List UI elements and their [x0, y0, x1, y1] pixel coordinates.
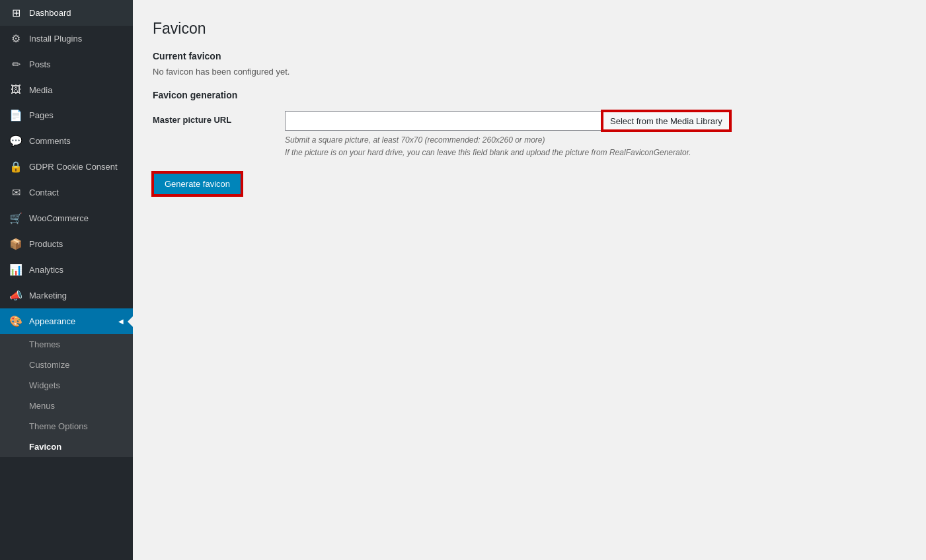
input-row: Select from the Media Library	[285, 111, 730, 131]
hint-text: Submit a square picture, at least 70x70 …	[285, 134, 730, 159]
master-picture-label: Master picture URL	[153, 111, 285, 125]
sidebar-label-analytics: Analytics	[29, 265, 63, 275]
woocommerce-icon: 🛒	[9, 212, 22, 225]
pages-icon: 📄	[9, 109, 22, 122]
menus-label: Menus	[29, 401, 55, 411]
marketing-icon: 📣	[9, 289, 22, 302]
sidebar-item-contact[interactable]: ✉ Contact	[0, 180, 133, 205]
sidebar-item-posts[interactable]: ✏ Posts	[0, 52, 133, 77]
sidebar-label-install-plugins: Install Plugins	[29, 34, 82, 44]
sidebar-sub-item-menus[interactable]: Menus	[0, 396, 133, 416]
sidebar-label-posts: Posts	[29, 59, 51, 69]
chevron-right-icon: ◀	[118, 318, 124, 325]
appearance-icon: 🎨	[9, 315, 22, 328]
sidebar-item-gdpr[interactable]: 🔒 GDPR Cookie Consent	[0, 154, 133, 180]
gdpr-icon: 🔒	[9, 160, 22, 173]
generate-btn-row: Generate favicon	[153, 172, 906, 195]
install-plugins-icon: ⚙	[9, 32, 22, 45]
appearance-submenu: Themes Customize Widgets Menus Theme Opt…	[0, 334, 133, 457]
sidebar-sub-item-customize[interactable]: Customize	[0, 355, 133, 375]
favicon-generation-heading: Favicon generation	[153, 90, 906, 100]
current-favicon-status: No favicon has been configured yet.	[153, 67, 906, 77]
sidebar-label-appearance: Appearance	[29, 316, 75, 326]
sidebar-label-comments: Comments	[29, 136, 71, 146]
sidebar-label-pages: Pages	[29, 110, 54, 120]
favicon-label: Favicon	[29, 442, 61, 452]
sidebar-sub-item-theme-options[interactable]: Theme Options	[0, 416, 133, 437]
comments-icon: 💬	[9, 135, 22, 147]
master-url-input[interactable]	[285, 111, 602, 131]
master-picture-row: Master picture URL Select from the Media…	[153, 111, 906, 159]
sidebar-label-woocommerce: WooCommerce	[29, 213, 89, 223]
hint-line1: Submit a square picture, at least 70x70 …	[285, 135, 545, 145]
sidebar-label-dashboard: Dashboard	[29, 8, 71, 18]
media-icon: 🖼	[9, 84, 22, 96]
sidebar-sub-item-favicon[interactable]: Favicon	[0, 437, 133, 457]
theme-options-label: Theme Options	[29, 421, 88, 431]
products-icon: 📦	[9, 238, 22, 250]
generate-favicon-button[interactable]: Generate favicon	[153, 172, 242, 195]
sidebar-item-woocommerce[interactable]: 🛒 WooCommerce	[0, 205, 133, 231]
sidebar-sub-item-widgets[interactable]: Widgets	[0, 375, 133, 396]
posts-icon: ✏	[9, 58, 22, 71]
sidebar-item-comments[interactable]: 💬 Comments	[0, 128, 133, 154]
contact-icon: ✉	[9, 186, 22, 199]
master-picture-controls: Select from the Media Library Submit a s…	[285, 111, 730, 159]
dashboard-icon: ⊞	[9, 7, 22, 19]
sidebar-label-products: Products	[29, 239, 63, 249]
sidebar-item-install-plugins[interactable]: ⚙ Install Plugins	[0, 26, 133, 52]
sidebar-item-dashboard[interactable]: ⊞ Dashboard	[0, 0, 133, 26]
hint-line2: If the picture is on your hard drive, yo…	[285, 148, 691, 157]
analytics-icon: 📊	[9, 263, 22, 276]
sidebar: ⊞ Dashboard ⚙ Install Plugins ✏ Posts 🖼 …	[0, 0, 133, 560]
sidebar-label-contact: Contact	[29, 188, 59, 197]
customize-label: Customize	[29, 360, 69, 370]
sidebar-item-media[interactable]: 🖼 Media	[0, 77, 133, 102]
sidebar-label-gdpr: GDPR Cookie Consent	[29, 162, 118, 172]
sidebar-item-analytics[interactable]: 📊 Analytics	[0, 257, 133, 283]
page-title: Favicon	[153, 20, 906, 38]
media-library-button[interactable]: Select from the Media Library	[602, 111, 730, 131]
widgets-label: Widgets	[29, 380, 60, 390]
sidebar-item-marketing[interactable]: 📣 Marketing	[0, 283, 133, 308]
themes-label: Themes	[29, 339, 60, 349]
main-content: Favicon Current favicon No favicon has b…	[133, 0, 926, 560]
sidebar-item-appearance[interactable]: 🎨 Appearance ◀	[0, 308, 133, 334]
sidebar-sub-item-themes[interactable]: Themes	[0, 334, 133, 355]
sidebar-item-products[interactable]: 📦 Products	[0, 231, 133, 257]
sidebar-item-pages[interactable]: 📄 Pages	[0, 102, 133, 128]
current-favicon-heading: Current favicon	[153, 51, 906, 61]
sidebar-label-marketing: Marketing	[29, 291, 67, 300]
sidebar-label-media: Media	[29, 85, 52, 95]
